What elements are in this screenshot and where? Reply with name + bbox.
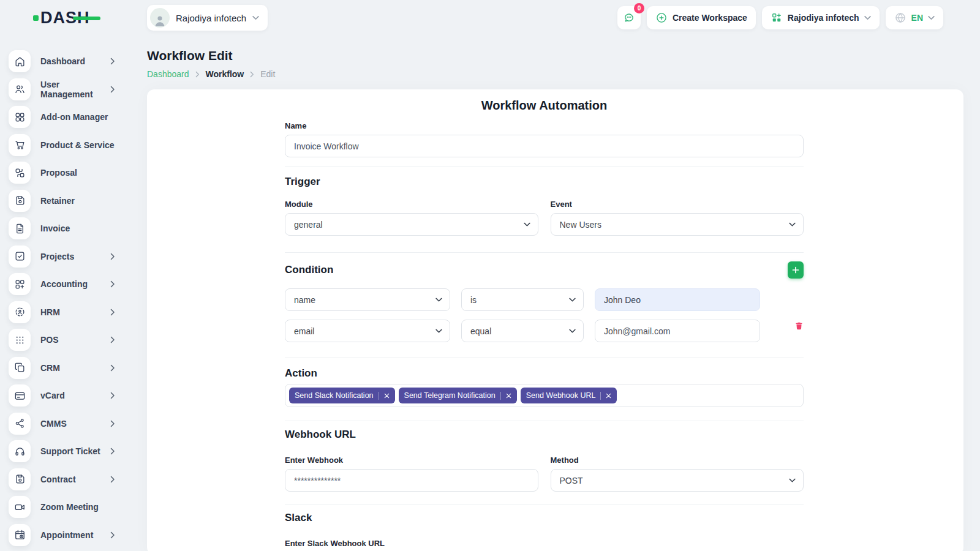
condition-heading: Condition (285, 264, 333, 276)
section-divider (285, 504, 804, 504)
event-select[interactable]: New Users (551, 213, 804, 236)
trigger-heading: Trigger (285, 176, 804, 188)
workspace-name: Rajodiya infotech (176, 13, 246, 23)
credit-card-icon (9, 384, 31, 407)
sidebar-item-vcard[interactable]: vCard (9, 384, 142, 407)
condition-field-select[interactable]: email (285, 320, 450, 342)
sidebar-item-zoom-meeting[interactable]: Zoom Meeting (9, 496, 142, 518)
app-logo[interactable]: DASH (33, 9, 90, 27)
chevron-down-icon (864, 16, 871, 20)
action-tag: Send Slack Notification (289, 388, 395, 403)
create-workspace-button[interactable]: Create Workspace (647, 6, 756, 29)
workflow-name-input[interactable] (285, 135, 804, 157)
breadcrumb-dashboard[interactable]: Dashboard (147, 68, 189, 80)
video-camera-icon (9, 496, 31, 518)
condition-value-input[interactable] (595, 320, 760, 342)
plus-circle-icon (655, 12, 668, 24)
language-code: EN (911, 13, 923, 23)
sidebar-item-support-ticket[interactable]: Support Ticket (9, 440, 142, 462)
breadcrumb-edit: Edit (260, 68, 275, 80)
sidebar-item-retainer[interactable]: Retainer (9, 190, 142, 212)
section-divider (285, 358, 804, 358)
users-icon (9, 78, 31, 100)
sidebar-item-pos[interactable]: POS (9, 329, 142, 351)
add-condition-button[interactable] (788, 261, 804, 279)
main-content: Workflow Edit Dashboard Workflow Edit Wo… (142, 36, 980, 551)
method-select[interactable]: POST (551, 469, 804, 492)
messages-button[interactable]: 0 (617, 6, 641, 29)
chevron-right-icon (110, 280, 115, 288)
create-workspace-label: Create Workspace (673, 13, 747, 23)
save-icon (9, 190, 31, 212)
slack-heading: Slack (285, 512, 804, 524)
globe-icon (894, 12, 907, 24)
company-menu[interactable]: Rajodiya infotech (762, 6, 880, 29)
sidebar-item-cmms[interactable]: CMMS (9, 413, 142, 435)
form-title: Workflow Automation (285, 98, 804, 113)
sidebar-item-crm[interactable]: CRM (9, 357, 142, 379)
chevron-down-icon (252, 16, 259, 20)
section-divider (285, 167, 804, 167)
condition-operator-select[interactable]: equal (461, 320, 584, 342)
action-tag: Send Webhook URL (521, 388, 617, 403)
home-icon (9, 50, 31, 72)
top-bar: DASH Rajodiya infotech 0 Cre (0, 0, 980, 36)
sidebar-item-product-service[interactable]: Product & Service (9, 134, 142, 156)
sidebar-item-accounting[interactable]: Accounting (9, 273, 142, 295)
chevron-right-icon (110, 336, 115, 343)
method-label: Method (551, 455, 804, 465)
chevron-right-icon (110, 420, 115, 427)
sidebar-item-hrm[interactable]: HRM (9, 301, 142, 323)
close-icon (384, 393, 390, 399)
swap-boxes-icon (9, 162, 31, 184)
breadcrumb-workflow[interactable]: Workflow (206, 68, 244, 80)
logo-area: DASH (0, 9, 142, 27)
language-selector[interactable]: EN (886, 6, 943, 29)
chat-bubble-icon (623, 12, 635, 24)
breadcrumb: Dashboard Workflow Edit (147, 68, 963, 80)
condition-value-input[interactable] (595, 288, 760, 311)
check-square-icon (9, 246, 31, 268)
person-icon (152, 13, 168, 28)
dots-grid-icon (9, 329, 31, 351)
avatar (150, 8, 170, 28)
sidebar-item-appointment[interactable]: Appointment (9, 524, 142, 546)
chevron-right-icon (110, 364, 115, 372)
module-select[interactable]: general (285, 213, 538, 236)
module-label: Module (285, 200, 538, 209)
workspace-switcher[interactable]: Rajodiya infotech (147, 5, 268, 31)
webhook-url-input[interactable] (285, 469, 538, 492)
sidebar-item-projects[interactable]: Projects (9, 246, 142, 268)
workflow-card: Workflow Automation Name Trigger Module … (147, 89, 963, 551)
section-divider (285, 252, 804, 253)
chevron-down-icon (928, 16, 935, 20)
sidebar-item-invoice[interactable]: Invoice (9, 217, 142, 239)
trash-icon (794, 321, 804, 331)
action-heading: Action (285, 367, 804, 380)
event-label: Event (551, 200, 804, 209)
condition-operator-select[interactable]: is (461, 288, 584, 311)
grid-icon (9, 106, 31, 128)
chevron-right-icon (110, 86, 115, 93)
remove-tag-button[interactable] (606, 393, 611, 399)
condition-field-select[interactable]: name (285, 288, 450, 311)
sidebar-item-dashboard[interactable]: Dashboard (9, 50, 142, 72)
action-tags-field[interactable]: Send Slack Notification Send Telegram No… (285, 384, 804, 407)
remove-tag-button[interactable] (384, 393, 390, 399)
copy-icon (9, 357, 31, 379)
page-title: Workflow Edit (147, 48, 963, 63)
headphones-icon (9, 440, 31, 462)
delete-condition-button[interactable] (794, 321, 804, 331)
remove-tag-button[interactable] (506, 393, 511, 399)
calendar-clock-icon (9, 524, 31, 546)
sidebar-item-contract[interactable]: Contract (9, 468, 142, 490)
slack-webhook-label: Enter Slack Webhook URL (285, 539, 538, 549)
sidebar-item-add-on-manager[interactable]: Add-on Manager (9, 106, 142, 128)
share-nodes-icon (9, 413, 31, 435)
chevron-right-icon (110, 253, 115, 260)
sidebar-item-user-management[interactable]: User Management (9, 78, 142, 100)
chevron-right-icon (250, 71, 254, 78)
enter-webhook-label: Enter Webhook (285, 455, 538, 465)
sidebar-item-proposal[interactable]: Proposal (9, 162, 142, 184)
grid-plus-icon (9, 273, 31, 295)
